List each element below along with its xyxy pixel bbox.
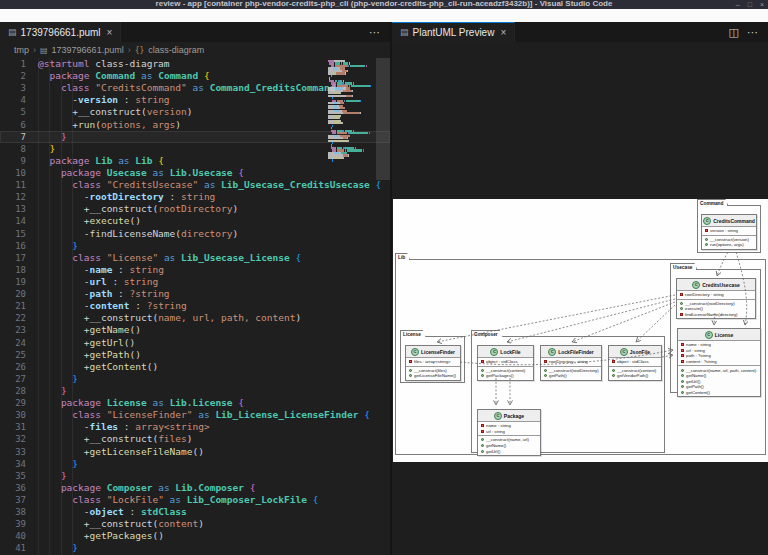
window-close-icon[interactable]: × xyxy=(760,0,764,9)
tab-puml-file[interactable]: ▤ 1739796661.puml × xyxy=(0,22,121,42)
line-number: 34 xyxy=(0,458,26,470)
minimap[interactable] xyxy=(328,60,374,162)
public-member-icon xyxy=(705,238,708,241)
code-line[interactable]: 16 } xyxy=(0,240,390,252)
code-line[interactable]: 30 class "LicenseFinder" as Lib_License_… xyxy=(0,409,390,421)
breadcrumb-symbol[interactable]: class-diagram xyxy=(148,45,204,55)
line-number: 39 xyxy=(0,518,26,530)
code-line[interactable]: 22 +__construct(name, url, path, content… xyxy=(0,312,390,324)
code-line[interactable]: 31 -files : array<string> xyxy=(0,421,390,433)
line-number: 13 xyxy=(0,203,26,215)
line-number: 38 xyxy=(0,506,26,518)
code-line[interactable]: 17 class "License" as Lib_Usecase_Licens… xyxy=(0,252,390,264)
minimap-line xyxy=(328,159,374,161)
uml-class-lockfilefinder: CLockFileFinderrootDirectory : string__c… xyxy=(540,345,602,381)
public-member-icon xyxy=(681,391,684,394)
code-line[interactable]: 40 +getPackages() xyxy=(0,530,390,542)
private-member-icon xyxy=(681,343,684,346)
line-number: 9 xyxy=(0,155,26,167)
uml-class-member: getUrl() xyxy=(478,448,540,454)
more-actions-icon[interactable]: ⋯ xyxy=(369,27,380,38)
uml-canvas[interactable]: CommandLibUsecaseLicenseComposerCCredits… xyxy=(393,199,768,462)
code-line-text: class "CreditsCommand" as Command_Credit… xyxy=(26,82,347,94)
uml-class-name: CreditsUsecase xyxy=(702,282,740,288)
code-line-text: -rootDirectory : string xyxy=(26,191,215,203)
code-line-text: -version : string xyxy=(26,94,170,106)
code-line-text: class "LicenseFinder" as Lib_License_Lic… xyxy=(26,409,370,421)
puml-file-icon: ▤ xyxy=(400,28,409,37)
preview-pane: ▤ PlantUML Preview × ◫ ⋯ CommandLibUseca… xyxy=(390,22,768,555)
code-line[interactable]: 26 +getContent() xyxy=(0,361,390,373)
code-line[interactable]: 36 package Composer as Lib.Composer { xyxy=(0,482,390,494)
window-controls: – □ × xyxy=(736,0,764,9)
code-line[interactable]: 15 -findLicenseName(directory) xyxy=(0,228,390,240)
code-line[interactable]: 12 -rootDirectory : string xyxy=(0,191,390,203)
code-line[interactable]: 19 -url : string xyxy=(0,276,390,288)
uml-class-member: files : array<string> xyxy=(406,359,460,365)
breadcrumb-file[interactable]: 1739796661.puml xyxy=(52,45,124,55)
line-number: 30 xyxy=(0,409,26,421)
tab-close-icon[interactable]: × xyxy=(107,27,113,38)
code-line[interactable]: 10 package Usecase as Lib.Usecase { xyxy=(0,167,390,179)
uml-class-licensefinder: CLicenseFinderfiles : array<string>__con… xyxy=(405,345,461,381)
public-member-icon xyxy=(481,444,484,447)
public-member-icon xyxy=(681,385,684,388)
breadcrumb-folder[interactable]: tmp xyxy=(14,45,29,55)
code-line-text: package Usecase as Lib.Usecase { xyxy=(26,167,244,179)
class-icon: C xyxy=(411,348,419,356)
uml-class-member: getContent() xyxy=(678,390,760,396)
preview-tab-bar: ▤ PlantUML Preview × ◫ ⋯ xyxy=(392,22,768,42)
uml-class-member: version : string xyxy=(702,228,756,234)
code-line[interactable]: 11 class "CreditsUsecase" as Lib_Usecase… xyxy=(0,179,390,191)
minimize-icon[interactable]: – xyxy=(736,0,740,9)
public-member-icon xyxy=(481,450,484,453)
line-number: 31 xyxy=(0,421,26,433)
uml-class-member: getVendorPath() xyxy=(609,373,661,379)
code-line[interactable]: 38 -object : stdClass xyxy=(0,506,390,518)
code-line[interactable]: 13 +__construct(rootDirectory) xyxy=(0,203,390,215)
code-line-text: +getPackages() xyxy=(26,530,164,542)
uml-class-member: getPackages() xyxy=(478,373,533,379)
uml-package-label: Composer xyxy=(471,330,503,337)
tab-plantuml-preview[interactable]: ▤ PlantUML Preview × xyxy=(392,22,515,42)
code-line[interactable]: 29 package License as Lib.License { xyxy=(0,397,390,409)
code-line[interactable]: 37 class "LockFile" as Lib_Composer_Lock… xyxy=(0,494,390,506)
editor-layout: ▤ 1739796661.puml × ⋯ tmp › ▤ 1739796661… xyxy=(0,22,768,555)
code-line[interactable]: 33 +getLicenseFileName() xyxy=(0,446,390,458)
code-line[interactable]: 27 } xyxy=(0,373,390,385)
code-line-text: } xyxy=(26,131,67,143)
code-line[interactable]: 25 +getPath() xyxy=(0,349,390,361)
code-line[interactable]: 39 +__construct(content) xyxy=(0,518,390,530)
vscode-window: review - app [container php-vendor-credi… xyxy=(0,0,768,555)
code-line[interactable]: 35 } xyxy=(0,470,390,482)
scrollbar-slider[interactable] xyxy=(376,58,390,180)
more-actions-icon[interactable]: ⋯ xyxy=(747,27,758,38)
public-member-icon xyxy=(705,243,708,246)
uml-class-member: __construct(rootDirectory) xyxy=(541,368,601,374)
private-member-icon xyxy=(481,424,484,427)
code-line[interactable]: 28 } xyxy=(0,385,390,397)
preview-group-actions: ◫ ⋯ xyxy=(729,22,768,42)
code-line[interactable]: 41 } xyxy=(0,542,390,554)
code-line-text: } xyxy=(26,240,78,252)
public-member-icon xyxy=(612,369,615,372)
line-number: 33 xyxy=(0,446,26,458)
code-editor[interactable]: 1@startuml class-diagram2 package Comman… xyxy=(0,58,390,555)
code-line[interactable]: 20 -path : ?string xyxy=(0,288,390,300)
public-member-icon xyxy=(409,374,412,377)
split-editor-icon[interactable]: ◫ xyxy=(729,27,739,38)
code-line[interactable]: 34 } xyxy=(0,458,390,470)
code-line[interactable]: 18 -name : string xyxy=(0,264,390,276)
code-line[interactable]: 24 +getUrl() xyxy=(0,337,390,349)
uml-class-name: LockFile xyxy=(500,349,520,355)
code-line-text: -findLicenseName(directory) xyxy=(26,228,238,240)
line-number: 4 xyxy=(0,94,26,106)
code-line[interactable]: 21 -content : ?string xyxy=(0,300,390,312)
code-line[interactable]: 32 +__construct(files) xyxy=(0,433,390,445)
maximize-icon[interactable]: □ xyxy=(748,0,752,9)
code-line[interactable]: 14 +execute() xyxy=(0,215,390,227)
line-number: 22 xyxy=(0,312,26,324)
uml-class-member: __construct(content) xyxy=(478,368,533,374)
tab-close-icon[interactable]: × xyxy=(500,27,506,38)
code-line[interactable]: 23 +getName() xyxy=(0,324,390,336)
